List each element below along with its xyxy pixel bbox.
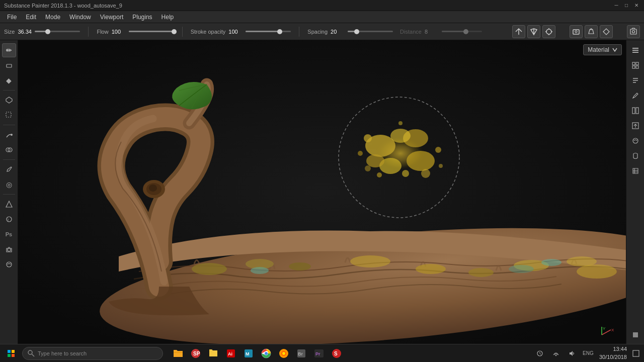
menu-window[interactable]: Window bbox=[65, 13, 95, 22]
svg-text:M: M bbox=[246, 351, 250, 356]
paint-brush-tool[interactable]: ✏ bbox=[2, 43, 16, 57]
polygon-tool[interactable] bbox=[2, 93, 16, 107]
selection-tool[interactable] bbox=[2, 108, 16, 122]
svg-point-48 bbox=[365, 165, 371, 171]
search-bar[interactable]: Type here to search bbox=[22, 347, 163, 360]
svg-rect-64 bbox=[633, 332, 638, 337]
svg-text:S: S bbox=[334, 351, 338, 356]
properties-panel-btn[interactable] bbox=[628, 73, 642, 87]
clock[interactable]: 13:44 30/10/2018 bbox=[599, 345, 627, 361]
material-dropdown[interactable]: Material bbox=[583, 44, 622, 55]
taskbar-app-acrobat[interactable]: Ai bbox=[223, 345, 239, 361]
svg-rect-66 bbox=[12, 350, 15, 353]
fx-tool[interactable] bbox=[2, 257, 16, 272]
stroke-slider-thumb[interactable] bbox=[277, 29, 282, 34]
brush-settings-btn[interactable] bbox=[628, 88, 642, 103]
menu-file[interactable]: File bbox=[3, 13, 21, 22]
titlebar-controls[interactable]: ─ □ ✕ bbox=[613, 2, 640, 9]
symmetry-icon[interactable] bbox=[512, 25, 525, 38]
distance-slider[interactable] bbox=[442, 31, 482, 32]
stroke-slider[interactable] bbox=[246, 31, 291, 32]
clock-date: 30/10/2018 bbox=[599, 353, 627, 361]
axes-indicator: X Y bbox=[601, 326, 616, 337]
network-icon[interactable] bbox=[549, 346, 563, 360]
spacing-slider[interactable] bbox=[348, 31, 393, 32]
mirror-icon[interactable] bbox=[527, 25, 540, 38]
taskbar-app-firefox[interactable] bbox=[276, 345, 292, 361]
taskbar-app-sp2[interactable]: S bbox=[329, 345, 345, 361]
size-slider[interactable] bbox=[35, 31, 80, 32]
screenshot-icon[interactable] bbox=[627, 25, 640, 38]
svg-point-38 bbox=[390, 129, 411, 143]
flow-slider-thumb[interactable] bbox=[172, 29, 177, 34]
material-label: Material bbox=[588, 46, 609, 53]
picker-tool[interactable] bbox=[2, 162, 16, 176]
size-label: Size bbox=[4, 29, 15, 35]
text-tool[interactable]: Ps bbox=[2, 227, 16, 241]
keyboard-icon[interactable]: ENG bbox=[581, 346, 595, 360]
svg-point-31 bbox=[149, 185, 157, 192]
distance-slider-fill bbox=[442, 31, 466, 32]
taskbar-app-substance[interactable]: SP bbox=[188, 345, 204, 361]
camera-view-icon[interactable] bbox=[570, 25, 583, 38]
annotation-tool[interactable]: ! bbox=[2, 212, 16, 226]
size-slider-thumb[interactable] bbox=[45, 29, 50, 34]
taskbar-app-bridge[interactable]: Br bbox=[293, 345, 309, 361]
taskbar-app-explorer[interactable] bbox=[170, 345, 186, 361]
export-panel-btn[interactable] bbox=[628, 119, 642, 133]
material-picker-tool[interactable]: ◎ bbox=[2, 177, 16, 192]
collapse-panel-btn[interactable] bbox=[628, 328, 642, 342]
distance-slider-thumb[interactable] bbox=[463, 29, 468, 34]
clone-tool[interactable] bbox=[2, 143, 16, 157]
flow-slider[interactable] bbox=[129, 31, 174, 32]
stroke-opacity-group: Stroke opacity 100 bbox=[191, 29, 291, 35]
spacing-label: Spacing bbox=[307, 29, 328, 35]
viewport[interactable]: Material X Y bbox=[18, 40, 626, 344]
flow-group: Flow 100 bbox=[97, 29, 174, 35]
grid-panel-btn[interactable] bbox=[628, 104, 642, 118]
spacing-slider-thumb[interactable] bbox=[354, 29, 359, 34]
close-button[interactable]: ✕ bbox=[633, 2, 640, 9]
right-tools-panel bbox=[626, 40, 644, 344]
svg-rect-53 bbox=[632, 48, 638, 49]
sep-1 bbox=[88, 27, 89, 37]
taskbar-app-files[interactable] bbox=[205, 345, 221, 361]
taskbar-app-premiere[interactable]: Pr bbox=[311, 345, 327, 361]
taskbar-app-chrome[interactable] bbox=[258, 345, 274, 361]
layers-panel-btn[interactable] bbox=[628, 43, 642, 57]
log-panel-btn[interactable] bbox=[628, 164, 642, 178]
svg-rect-67 bbox=[8, 354, 11, 357]
perspective-icon[interactable] bbox=[585, 25, 598, 38]
search-icon bbox=[28, 350, 35, 357]
svg-point-20 bbox=[350, 255, 390, 267]
texture-panel-btn[interactable] bbox=[628, 58, 642, 72]
wireframe-icon[interactable] bbox=[600, 25, 613, 38]
svg-rect-61 bbox=[636, 108, 638, 114]
notification-center-btn[interactable] bbox=[631, 348, 641, 358]
transform-icon[interactable] bbox=[542, 25, 555, 38]
eraser-tool[interactable] bbox=[2, 58, 16, 72]
tray-tools-icon[interactable] bbox=[533, 346, 547, 360]
menu-mode[interactable]: Mode bbox=[41, 13, 64, 22]
maximize-button[interactable]: □ bbox=[623, 2, 630, 9]
taskbar-app-maya[interactable]: M bbox=[240, 345, 257, 361]
scene-view bbox=[18, 40, 626, 344]
menu-help[interactable]: Help bbox=[157, 13, 178, 22]
svg-point-63 bbox=[633, 138, 638, 143]
system-tray: ENG bbox=[533, 346, 595, 360]
distance-label: Distance bbox=[400, 29, 422, 35]
import-panel-btn[interactable] bbox=[628, 134, 642, 148]
svg-rect-92 bbox=[633, 350, 639, 356]
history-panel-btn[interactable] bbox=[628, 149, 642, 163]
menu-plugins[interactable]: Plugins bbox=[128, 13, 156, 22]
smudge-tool[interactable] bbox=[2, 128, 16, 142]
start-button[interactable] bbox=[3, 345, 19, 361]
fill-tool[interactable]: ◆ bbox=[2, 73, 16, 87]
menu-viewport[interactable]: Viewport bbox=[96, 13, 127, 22]
menu-edit[interactable]: Edit bbox=[22, 13, 40, 22]
minimize-button[interactable]: ─ bbox=[613, 2, 620, 9]
clock-time: 13:44 bbox=[599, 345, 627, 353]
camera-tool[interactable] bbox=[2, 242, 16, 256]
bake-tool[interactable] bbox=[2, 197, 16, 211]
volume-icon[interactable] bbox=[565, 346, 579, 360]
